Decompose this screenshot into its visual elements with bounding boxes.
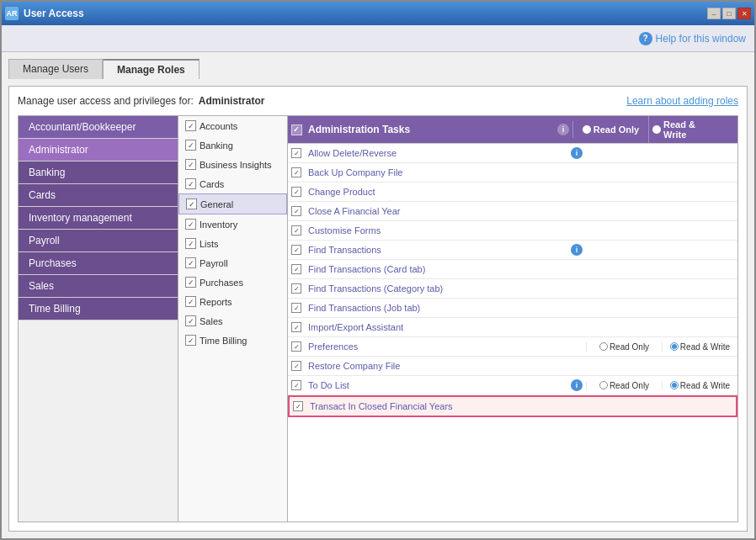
cat-check-business-insights[interactable] — [185, 159, 196, 170]
cat-time-billing[interactable]: Time Billing — [178, 331, 287, 350]
task-name-restore[interactable]: Restore Company File — [305, 358, 567, 373]
task-name-change-product[interactable]: Change Product — [305, 184, 567, 199]
cat-check-sales[interactable] — [185, 315, 196, 326]
role-item-accountant[interactable]: Accountant/Bookkeeper — [19, 116, 178, 139]
categories-panel: Accounts Banking Business Insights Cards — [178, 116, 288, 521]
task-name-find-trans-cat[interactable]: Find Transactions (Category tab) — [305, 281, 567, 296]
task-info-allow-delete[interactable]: i — [567, 147, 586, 159]
task-rw-preferences[interactable]: Read & Write — [662, 342, 737, 352]
task-check-restore[interactable] — [288, 357, 305, 375]
tab-manage-roles[interactable]: Manage Roles — [103, 59, 200, 79]
todo-rw-radio[interactable] — [670, 381, 679, 389]
task-check-to-do-list[interactable] — [288, 376, 305, 394]
cat-purchases[interactable]: Purchases — [178, 273, 287, 292]
task-row-find-trans-job: Find Transactions (Job tab) — [288, 299, 737, 318]
content-area: Manage Users Manage Roles Manage user ac… — [2, 52, 754, 538]
cat-check-cards[interactable] — [185, 178, 196, 189]
cat-accounts[interactable]: Accounts — [178, 116, 287, 135]
role-item-payroll[interactable]: Payroll — [19, 230, 178, 252]
role-item-banking[interactable]: Banking — [19, 161, 178, 184]
task-ro-preferences[interactable]: Read Only — [586, 342, 662, 352]
role-item-administrator[interactable]: Administrator — [19, 139, 178, 161]
task-row-to-do-list: To Do List i Read Only — [288, 376, 737, 395]
task-ro-to-do-list[interactable]: Read Only — [586, 381, 662, 390]
cat-payroll[interactable]: Payroll — [178, 253, 287, 273]
task-check-preferences[interactable] — [288, 337, 305, 356]
task-check-allow-delete[interactable] — [288, 144, 305, 162]
cat-general[interactable]: General — [178, 193, 287, 214]
task-name-to-do-list[interactable]: To Do List — [305, 378, 567, 393]
task-row-change-product: Change Product — [288, 183, 737, 202]
maximize-button[interactable]: □ — [722, 8, 736, 19]
cat-inventory[interactable]: Inventory — [178, 214, 287, 234]
task-name-allow-delete[interactable]: Allow Delete/Reverse — [305, 146, 567, 161]
task-name-preferences[interactable]: Preferences — [305, 339, 567, 354]
cat-reports[interactable]: Reports — [178, 292, 287, 311]
task-check-import-export[interactable] — [288, 318, 305, 336]
task-rw-to-do-list[interactable]: Read & Write — [662, 381, 737, 390]
task-check-change-product[interactable] — [288, 183, 305, 201]
role-item-time-billing[interactable]: Time Billing — [19, 298, 178, 320]
task-row-find-trans-card: Find Transactions (Card tab) — [288, 260, 737, 279]
cat-check-banking[interactable] — [185, 140, 196, 151]
role-item-cards[interactable]: Cards — [19, 184, 178, 207]
tasks-header-check[interactable]: ✓ — [288, 118, 305, 141]
three-panel: Accountant/Bookkeeper Administrator Bank… — [18, 115, 738, 522]
task-row-close-financial: Close A Financial Year — [288, 202, 737, 221]
tasks-header-info: i — [554, 124, 572, 135]
cat-check-time-billing[interactable] — [185, 335, 196, 346]
cat-check-lists[interactable] — [185, 238, 196, 249]
role-item-sales[interactable]: Sales — [19, 275, 178, 298]
task-name-find-trans-job[interactable]: Find Transactions (Job tab) — [305, 300, 567, 315]
cat-sales[interactable]: Sales — [178, 311, 287, 331]
cat-check-general[interactable] — [186, 199, 197, 209]
cat-check-accounts[interactable] — [185, 120, 196, 131]
window-title: User Access — [24, 8, 84, 19]
preferences-rw-radio[interactable] — [670, 342, 679, 351]
role-item-purchases[interactable]: Purchases — [19, 252, 178, 275]
title-bar-left: AR User Access — [5, 7, 84, 20]
task-name-import-export[interactable]: Import/Export Assistant — [305, 320, 567, 335]
cat-check-inventory[interactable] — [185, 219, 196, 230]
minimize-button[interactable]: – — [707, 8, 721, 19]
task-name-customise-forms[interactable]: Customise Forms — [305, 223, 567, 238]
task-name-find-trans-card[interactable]: Find Transactions (Card tab) — [305, 262, 567, 277]
task-check-customise-forms[interactable] — [288, 221, 305, 240]
cat-banking[interactable]: Banking — [178, 135, 287, 155]
help-text: Help for this window — [656, 33, 746, 45]
role-item-inventory[interactable]: Inventory management — [19, 207, 178, 230]
learn-link[interactable]: Learn about adding roles — [626, 95, 738, 107]
task-check-find-trans-job[interactable] — [288, 299, 305, 317]
task-info-to-do-list[interactable]: i — [567, 379, 586, 391]
task-name-backup[interactable]: Back Up Company File — [305, 165, 567, 180]
tasks-header-read-write: Read & Write — [648, 116, 724, 143]
task-check-transact-closed[interactable] — [290, 397, 306, 416]
task-check-find-transactions[interactable] — [288, 241, 305, 259]
user-label-left: Manage user access and privileges for: A… — [18, 95, 264, 107]
task-name-transact-closed[interactable]: Transact In Closed Financial Years — [306, 399, 566, 414]
close-button[interactable]: ✕ — [737, 8, 751, 19]
cat-cards[interactable]: Cards — [178, 174, 287, 193]
task-row-preferences: Preferences Read Only — [288, 337, 737, 357]
task-row-find-trans-cat: Find Transactions (Category tab) — [288, 279, 737, 299]
privileges-label: Manage user access and privileges for: — [18, 95, 194, 107]
cat-business-insights[interactable]: Business Insights — [178, 155, 287, 174]
task-name-close-financial[interactable]: Close A Financial Year — [305, 204, 567, 219]
cat-check-reports[interactable] — [185, 296, 196, 307]
preferences-ro-radio[interactable] — [599, 342, 608, 351]
task-name-find-transactions[interactable]: Find Transactions — [305, 242, 567, 257]
task-info-find-transactions[interactable]: i — [567, 244, 586, 256]
task-row-backup: Back Up Company File — [288, 163, 737, 183]
cat-check-payroll[interactable] — [185, 257, 196, 268]
task-check-find-trans-cat[interactable] — [288, 279, 305, 298]
help-link[interactable]: ? Help for this window — [639, 32, 746, 45]
cat-lists[interactable]: Lists — [178, 234, 287, 253]
task-row-restore: Restore Company File — [288, 357, 737, 376]
task-check-backup[interactable] — [288, 163, 305, 182]
tab-bar: Manage Users Manage Roles — [8, 59, 748, 79]
task-check-find-trans-card[interactable] — [288, 260, 305, 278]
task-check-close-financial[interactable] — [288, 202, 305, 220]
tab-manage-users[interactable]: Manage Users — [8, 59, 103, 79]
todo-ro-radio[interactable] — [599, 381, 608, 389]
cat-check-purchases[interactable] — [185, 277, 196, 288]
